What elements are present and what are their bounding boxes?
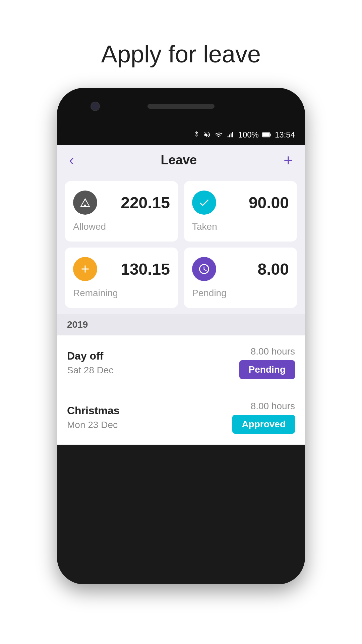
stat-card-pending[interactable]: 8.00 Pending xyxy=(184,248,297,308)
leave-list: Day off Sat 28 Dec 8.00 hours Pending Ch… xyxy=(57,335,305,445)
leave-item-left-day-off: Day off Sat 28 Dec xyxy=(67,350,114,376)
back-button[interactable]: ‹ xyxy=(69,152,74,168)
pending-label: Pending xyxy=(192,288,289,299)
page-title: Apply for leave xyxy=(101,40,261,68)
stat-top-remaining: 130.15 xyxy=(73,257,170,281)
stat-card-allowed[interactable]: 220.15 Allowed xyxy=(65,181,178,241)
clock-icon xyxy=(192,257,216,281)
leave-hours-day-off: 8.00 hours xyxy=(251,346,295,357)
taken-value: 90.00 xyxy=(249,194,289,212)
mute-icon xyxy=(203,131,211,139)
plus-icon xyxy=(73,257,97,281)
stat-top-allowed: 220.15 xyxy=(73,191,170,215)
svg-rect-1 xyxy=(229,135,230,137)
tent-icon xyxy=(73,191,97,215)
allowed-value: 220.15 xyxy=(121,194,170,212)
leave-item-left-christmas: Christmas Mon 23 Dec xyxy=(67,405,120,430)
time-text: 13:54 xyxy=(275,130,295,140)
pending-value: 8.00 xyxy=(258,260,289,278)
stats-grid: 220.15 Allowed 90.00 Taken xyxy=(57,175,305,314)
bluetooth-icon xyxy=(193,131,200,139)
leave-name-christmas: Christmas xyxy=(67,405,120,417)
status-bar: 100% 13:54 xyxy=(57,125,305,145)
leave-date-day-off: Sat 28 Dec xyxy=(67,365,114,376)
app-header: ‹ Leave + xyxy=(57,145,305,175)
leave-hours-christmas: 8.00 hours xyxy=(251,401,295,412)
battery-text: 100% xyxy=(238,130,259,140)
wifi-icon xyxy=(214,131,223,139)
svg-rect-5 xyxy=(262,133,270,137)
taken-label: Taken xyxy=(192,221,289,232)
svg-rect-3 xyxy=(232,132,233,138)
stat-top-taken: 90.00 xyxy=(192,191,289,215)
leave-item-right-day-off: 8.00 hours Pending xyxy=(239,346,295,379)
svg-rect-0 xyxy=(227,136,228,138)
check-icon xyxy=(192,191,216,215)
app-content: ‹ Leave + 220.15 Allowed xyxy=(57,145,305,445)
remaining-value: 130.15 xyxy=(121,260,170,278)
phone-top-bezel xyxy=(57,88,305,125)
status-badge-approved[interactable]: Approved xyxy=(232,415,295,434)
status-badge-pending[interactable]: Pending xyxy=(239,360,295,379)
leave-date-christmas: Mon 23 Dec xyxy=(67,420,120,430)
year-section: 2019 xyxy=(57,314,305,335)
phone-camera xyxy=(90,102,100,111)
app-header-title: Leave xyxy=(161,153,197,167)
leave-item-right-christmas: 8.00 hours Approved xyxy=(232,401,295,434)
remaining-label: Remaining xyxy=(73,288,170,299)
year-label: 2019 xyxy=(67,319,88,330)
signal-icon xyxy=(226,131,235,139)
phone-frame: 100% 13:54 ‹ Leave + xyxy=(57,88,305,584)
leave-item-day-off[interactable]: Day off Sat 28 Dec 8.00 hours Pending xyxy=(57,335,305,390)
battery-icon xyxy=(262,131,272,139)
phone-speaker xyxy=(147,104,215,109)
stat-card-taken[interactable]: 90.00 Taken xyxy=(184,181,297,241)
status-icons: 100% 13:54 xyxy=(193,130,295,140)
allowed-label: Allowed xyxy=(73,221,170,232)
leave-name-day-off: Day off xyxy=(67,350,114,362)
leave-item-christmas[interactable]: Christmas Mon 23 Dec 8.00 hours Approved xyxy=(57,390,305,445)
add-button[interactable]: + xyxy=(284,151,293,169)
stat-top-pending: 8.00 xyxy=(192,257,289,281)
svg-rect-2 xyxy=(231,133,232,137)
stat-card-remaining[interactable]: 130.15 Remaining xyxy=(65,248,178,308)
